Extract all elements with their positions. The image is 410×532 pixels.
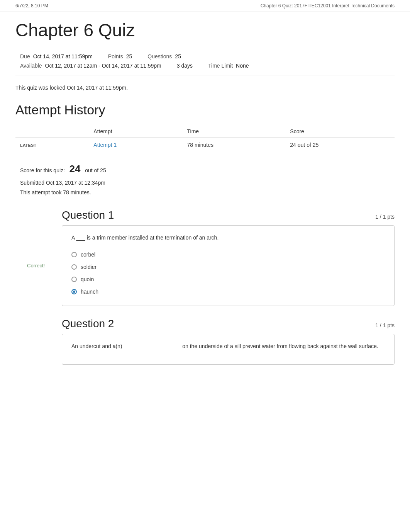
available-label: Available <box>20 63 42 69</box>
question-box-1: A ___ is a trim member installed at the … <box>62 225 395 306</box>
meta-row-1: Due Oct 14, 2017 at 11:59pm Points 25 Qu… <box>15 52 395 61</box>
time-limit-value: None <box>236 63 249 69</box>
question-wrapper-1: Question 1 1 / 1 pts Correct! A ___ is a… <box>15 209 395 306</box>
timestamp: 6/7/22, 8:10 PM <box>15 3 48 8</box>
points-label: Points <box>108 53 123 59</box>
days-item: 3 days <box>177 63 193 69</box>
question-block-1: Question 1 1 / 1 pts Correct! A ___ is a… <box>62 209 395 306</box>
question-header-2: Question 2 1 / 1 pts <box>62 318 395 330</box>
attempt-time: 78 minutes <box>182 138 285 152</box>
points-value: 25 <box>126 53 132 59</box>
meta-row-2: Available Oct 12, 2017 at 12am - Oct 14,… <box>15 61 395 70</box>
time-limit-label: Time Limit <box>208 63 233 69</box>
question-text-1: A ___ is a trim member installed at the … <box>71 233 385 242</box>
answer-option-1: corbel <box>71 248 385 261</box>
answer-option-3: quoin <box>71 273 385 286</box>
time-limit-item: Time Limit None <box>208 63 249 69</box>
page-title: Chapter 6 Quiz <box>15 20 395 41</box>
score-label: Score for this quiz: <box>20 167 65 173</box>
due-label: Due <box>20 53 30 59</box>
radio-2 <box>71 264 77 270</box>
available-value: Oct 12, 2017 at 12am - Oct 14, 2017 at 1… <box>45 63 161 69</box>
submitted-line: Submitted Oct 13, 2017 at 12:34pm <box>20 178 395 188</box>
score-line: Score for this quiz: 24 out of 25 <box>20 160 395 178</box>
attempt-table: Attempt Time Score LATEST Attempt 1 78 m… <box>15 125 395 152</box>
radio-1 <box>71 252 77 257</box>
correct-label: Correct! <box>27 263 45 269</box>
availability-days: 3 days <box>177 63 193 69</box>
points-item: Points 25 <box>108 53 132 59</box>
top-bar: 6/7/22, 8:10 PM Chapter 6 Quiz: 2017FITE… <box>0 0 410 12</box>
latest-tag: LATEST <box>20 143 36 148</box>
table-row: LATEST Attempt 1 78 minutes 24 out of 25 <box>15 138 395 152</box>
option-label-1: corbel <box>81 252 95 258</box>
col-score: Score <box>285 125 395 138</box>
option-label-4: haunch <box>81 289 98 295</box>
option-label-3: quoin <box>81 276 94 282</box>
due-item: Due Oct 14, 2017 at 11:59pm <box>20 53 93 59</box>
col-time: Time <box>182 125 285 138</box>
question-text-2: An undercut and a(n) ___________________… <box>71 342 385 350</box>
questions-container: Question 1 1 / 1 pts Correct! A ___ is a… <box>15 209 395 365</box>
due-value: Oct 14, 2017 at 11:59pm <box>33 53 93 59</box>
questions-label: Questions <box>147 53 172 59</box>
attempt-history-title: Attempt History <box>15 102 395 117</box>
question-block-2: Question 2 1 / 1 pts An undercut and a(n… <box>62 318 395 365</box>
question-pts-1: 1 / 1 pts <box>375 214 395 220</box>
option-label-2: soldier <box>81 264 97 270</box>
col-tag <box>15 125 89 138</box>
score-number: 24 <box>69 163 81 175</box>
available-item: Available Oct 12, 2017 at 12am - Oct 14,… <box>20 63 161 69</box>
answer-option-4: haunch <box>71 286 385 298</box>
answer-option-2: soldier <box>71 261 385 273</box>
attempt-score: 24 out of 25 <box>285 138 395 152</box>
quiz-meta: Due Oct 14, 2017 at 11:59pm Points 25 Qu… <box>15 47 395 75</box>
question-title-2: Question 2 <box>62 318 114 330</box>
col-attempt: Attempt <box>89 125 182 138</box>
question-box-2: An undercut and a(n) ___________________… <box>62 334 395 365</box>
attempt-link[interactable]: Attempt 1 <box>93 142 117 148</box>
questions-item: Questions 25 <box>147 53 181 59</box>
question-header-1: Question 1 1 / 1 pts <box>62 209 395 221</box>
question-title-1: Question 1 <box>62 209 114 221</box>
page-path: Chapter 6 Quiz: 2017FITEC12001 Interpret… <box>261 3 395 8</box>
lock-notice: This quiz was locked Oct 14, 2017 at 11:… <box>15 85 395 91</box>
question-pts-2: 1 / 1 pts <box>375 322 395 328</box>
score-out-of: out of 25 <box>85 167 106 173</box>
duration-line: This attempt took 78 minutes. <box>20 188 395 197</box>
radio-3 <box>71 277 77 282</box>
question-wrapper-2: Question 2 1 / 1 pts An undercut and a(n… <box>15 318 395 365</box>
score-summary: Score for this quiz: 24 out of 25 Submit… <box>20 160 395 197</box>
questions-value: 25 <box>175 53 181 59</box>
page-content: Chapter 6 Quiz Due Oct 14, 2017 at 11:59… <box>0 12 410 392</box>
radio-4 <box>71 289 77 294</box>
